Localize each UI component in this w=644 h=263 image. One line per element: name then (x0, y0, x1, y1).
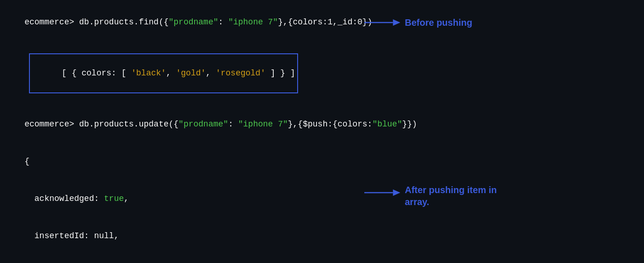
terminal: ecommerce> db.products.find({"prodname":… (0, 0, 644, 263)
svg-marker-1 (393, 19, 400, 26)
arrow-after (364, 186, 401, 200)
field-matchedcount: matchedCount: 1, (0, 255, 644, 263)
annotation-before-label: Before pushing (405, 17, 472, 28)
result-before-line: [ { colors: [ 'black', 'gold', 'rosegold… (0, 41, 644, 106)
field-acknowledged: acknowledged: true, (0, 180, 644, 217)
object-open: { (0, 143, 644, 180)
command-line-1: ecommerce> db.products.find({"prodname":… (0, 4, 644, 41)
result-before-box: [ { colors: [ 'black', 'gold', 'rosegold… (29, 53, 298, 93)
annotation-after: After pushing item inarray. (364, 184, 497, 208)
command-line-2: ecommerce> db.products.update({"prodname… (0, 106, 644, 143)
prompt-2: ecommerce> (24, 120, 79, 129)
annotation-before: Before pushing (364, 16, 472, 29)
annotation-after-label: After pushing item inarray. (405, 184, 497, 208)
prompt-1: ecommerce> (24, 17, 79, 27)
arrow-before (364, 16, 401, 29)
field-insertedid: insertedId: null, (0, 217, 644, 255)
svg-marker-3 (393, 189, 400, 196)
